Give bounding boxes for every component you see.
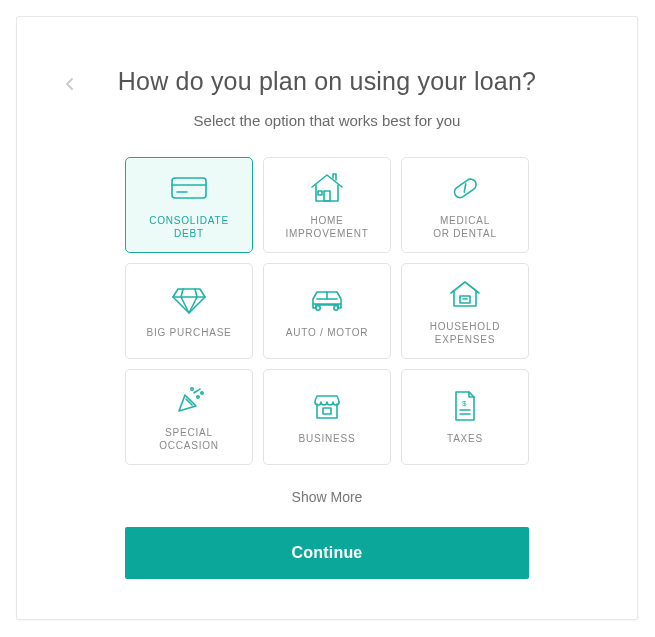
house-icon [308,168,346,208]
svg-rect-3 [324,191,330,201]
page-title: How do you plan on using your loan? [17,67,637,96]
pill-icon [448,168,482,208]
svg-rect-0 [172,178,206,198]
option-consolidate-debt[interactable]: CONSOLIDATE DEBT [125,157,253,253]
option-special-occasion[interactable]: SPECIAL OCCASION [125,369,253,465]
option-label: TAXES [447,432,483,446]
diamond-icon [171,280,207,320]
continue-button[interactable]: Continue [125,527,529,579]
home-expenses-icon [446,274,484,314]
svg-line-6 [461,183,469,191]
svg-point-10 [197,395,199,397]
svg-rect-13 [323,408,331,414]
option-label: MEDICAL OR DENTAL [433,214,497,241]
option-label: HOUSEHOLD EXPENSES [430,320,501,347]
option-label: AUTO / MOTOR [286,326,369,340]
show-more-link[interactable]: Show More [17,489,637,505]
car-icon [307,280,347,320]
option-home-improvement[interactable]: HOME IMPROVEMENT [263,157,391,253]
svg-point-7 [316,306,320,310]
svg-point-8 [334,306,338,310]
option-label: CONSOLIDATE DEBT [149,214,229,241]
option-label: HOME IMPROVEMENT [285,214,368,241]
svg-point-11 [191,387,193,389]
loan-options-grid: CONSOLIDATE DEBT HOME IMPROVEMENT [17,157,637,465]
svg-point-12 [201,391,203,393]
option-household-expenses[interactable]: HOUSEHOLD EXPENSES [401,263,529,359]
option-label: SPECIAL OCCASION [159,426,219,453]
svg-rect-4 [318,191,322,195]
page-subtitle: Select the option that works best for yo… [17,112,637,129]
option-taxes[interactable]: $ TAXES [401,369,529,465]
chevron-left-icon [63,77,77,91]
back-button[interactable] [63,77,77,91]
loan-purpose-card: How do you plan on using your loan? Sele… [16,16,638,620]
storefront-icon [309,386,345,426]
party-icon [172,380,206,420]
document-icon: $ [451,386,479,426]
svg-text:$: $ [462,399,467,408]
option-auto-motor[interactable]: AUTO / MOTOR [263,263,391,359]
option-label: BIG PURCHASE [146,326,231,340]
option-business[interactable]: BUSINESS [263,369,391,465]
option-big-purchase[interactable]: BIG PURCHASE [125,263,253,359]
option-label: BUSINESS [299,432,356,446]
option-medical-dental[interactable]: MEDICAL OR DENTAL [401,157,529,253]
credit-card-icon [169,168,209,208]
